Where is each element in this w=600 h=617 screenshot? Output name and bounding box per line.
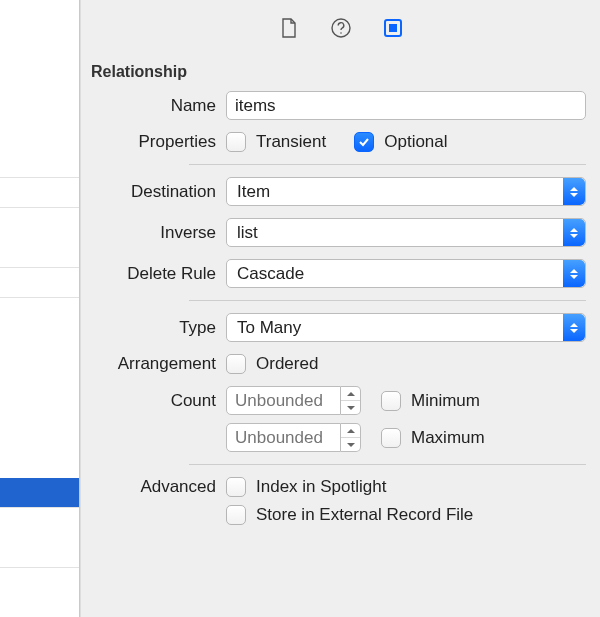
count-max-input[interactable] [226, 423, 341, 452]
type-label: Type [91, 318, 226, 338]
count-min-stepper[interactable] [341, 386, 361, 415]
divider [189, 464, 586, 465]
properties-label: Properties [91, 132, 226, 152]
svg-rect-3 [389, 24, 397, 32]
divider [189, 300, 586, 301]
type-value: To Many [237, 318, 301, 338]
data-model-icon[interactable] [381, 16, 405, 40]
svg-point-0 [332, 19, 350, 37]
type-select[interactable]: To Many [226, 313, 586, 342]
advanced-label: Advanced [91, 477, 226, 497]
stepper-up-icon[interactable] [341, 387, 360, 401]
sidebar-row[interactable] [0, 178, 79, 208]
divider [189, 164, 586, 165]
relationship-form: Name Properties Transient Optional [81, 91, 600, 537]
optional-label: Optional [384, 132, 447, 152]
inspector-tab-bar [81, 0, 600, 55]
external-record-label: Store in External Record File [256, 505, 473, 525]
section-header: Relationship [81, 55, 600, 91]
stepper-down-icon[interactable] [341, 438, 360, 451]
arrangement-label: Arrangement [91, 354, 226, 374]
count-label: Count [91, 391, 226, 411]
chevron-updown-icon [563, 219, 585, 246]
stepper-down-icon[interactable] [341, 401, 360, 414]
delete-rule-select[interactable]: Cascade [226, 259, 586, 288]
window-root: Relationship Name Properties Transient [0, 0, 600, 617]
minimum-checkbox[interactable] [381, 391, 401, 411]
destination-value: Item [237, 182, 270, 202]
ordered-checkbox[interactable] [226, 354, 246, 374]
file-icon[interactable] [277, 16, 301, 40]
inverse-value: list [237, 223, 258, 243]
chevron-updown-icon [563, 260, 585, 287]
delete-rule-value: Cascade [237, 264, 304, 284]
inverse-select[interactable]: list [226, 218, 586, 247]
sidebar-row[interactable] [0, 238, 79, 268]
transient-label: Transient [256, 132, 326, 152]
sidebar-row[interactable] [0, 538, 79, 568]
chevron-updown-icon [563, 178, 585, 205]
help-icon[interactable] [329, 16, 353, 40]
ordered-label: Ordered [256, 354, 318, 374]
inspector-panel: Relationship Name Properties Transient [80, 0, 600, 617]
chevron-updown-icon [563, 314, 585, 341]
spotlight-label: Index in Spotlight [256, 477, 386, 497]
svg-point-1 [340, 32, 342, 34]
maximum-label: Maximum [411, 428, 485, 448]
destination-label: Destination [91, 182, 226, 202]
optional-checkbox[interactable] [354, 132, 374, 152]
destination-select[interactable]: Item [226, 177, 586, 206]
delete-rule-label: Delete Rule [91, 264, 226, 284]
name-label: Name [91, 96, 226, 116]
left-sidebar [0, 0, 80, 617]
sidebar-row-selected[interactable] [0, 478, 79, 508]
transient-checkbox[interactable] [226, 132, 246, 152]
spotlight-checkbox[interactable] [226, 477, 246, 497]
external-record-checkbox[interactable] [226, 505, 246, 525]
name-input[interactable] [226, 91, 586, 120]
count-max-stepper[interactable] [341, 423, 361, 452]
maximum-checkbox[interactable] [381, 428, 401, 448]
inverse-label: Inverse [91, 223, 226, 243]
minimum-label: Minimum [411, 391, 480, 411]
sidebar-row[interactable] [0, 148, 79, 178]
stepper-up-icon[interactable] [341, 424, 360, 438]
count-min-input[interactable] [226, 386, 341, 415]
sidebar-row[interactable] [0, 268, 79, 298]
